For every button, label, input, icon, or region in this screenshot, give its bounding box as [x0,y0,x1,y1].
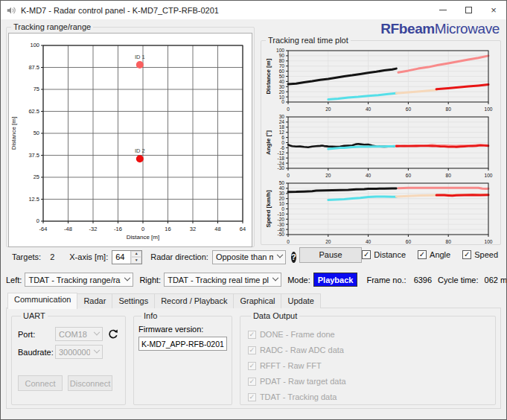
distance-plot: 0102030405060708090100020406080100Distan… [264,47,497,112]
svg-text:60: 60 [279,69,285,74]
left-plot-select[interactable]: TDAT - Tracking range/range [25,273,133,287]
app-window: K-MD7 - Radar control panel - K-MD7_CTP-… [0,0,507,420]
svg-text:40: 40 [279,185,285,191]
svg-text:64: 64 [240,226,246,232]
targets-label: Targets: [12,252,41,261]
chevron-down-icon [272,274,278,280]
firmware-version-field[interactable]: K-MD7_APP-RFB-0201 [138,337,227,351]
distance-checkbox[interactable] [362,250,371,259]
port-value: COM18 [59,330,90,339]
tdat-checkbox[interactable] [248,393,256,401]
rfft-checkbox[interactable] [248,362,256,370]
info-group-title: Info [141,311,159,320]
tab-record-playback[interactable]: Record / Playback [154,293,234,308]
right-plot-select[interactable]: TDAT - Tracking real time plot [164,273,281,287]
svg-text:16: 16 [165,226,170,232]
svg-text:80: 80 [446,106,452,112]
right-plot-select-value: TDAT - Tracking real time plot [168,276,269,284]
xaxis-stepper: ▲ ▼ [112,250,142,264]
cycle-time-label: Cycle time: [438,276,478,284]
mode-value-field[interactable]: Playback [313,273,358,287]
svg-text:40: 40 [366,239,372,244]
port-select[interactable]: COM18 [55,327,103,341]
mode-label: Mode: [287,276,310,284]
svg-text:18: 18 [279,124,285,130]
baudrate-label: Baudrate: [18,348,55,357]
targets-value: 2 [50,252,54,261]
spin-down-icon[interactable]: ▼ [131,257,141,264]
svg-text:20: 20 [325,239,331,244]
uart-buttons: Connect Disconnect [18,375,119,391]
tdat-checkbox-label: TDAT - Tracking data [260,392,337,401]
window-title: K-MD7 - Radar control panel - K-MD7_CTP-… [21,6,430,15]
svg-text:-30: -30 [277,165,284,171]
maximize-button[interactable] [456,1,481,19]
tab-update[interactable]: Update [281,293,320,308]
tab-communication[interactable]: Communication [7,293,77,309]
disconnect-button[interactable]: Disconnect [68,375,112,391]
svg-text:Distance [m]: Distance [m] [127,234,159,241]
pdat-checkbox-item: PDAT - Raw target data [248,377,488,386]
done-checkbox-item: DONE - Frame done [248,330,488,339]
close-button[interactable]: × [481,1,506,19]
radc-checkbox[interactable] [248,346,256,354]
chevron-down-icon [94,346,100,352]
spin-up-icon[interactable]: ▲ [131,251,141,258]
svg-text:40: 40 [366,106,372,112]
svg-text:48: 48 [214,226,220,232]
svg-text:0: 0 [281,99,284,104]
svg-text:70: 70 [279,63,285,69]
pause-button[interactable]: Pause [299,247,362,263]
minimize-button[interactable] [430,1,456,19]
window-content: Tracking range/range 012.52537.55062.575… [1,19,506,409]
speed-checkbox[interactable] [462,250,471,259]
speed-plot: -50-40-30-20-1001020304050020406080100Sp… [264,179,497,244]
tab-settings[interactable]: Settings [112,293,155,308]
svg-text:12: 12 [279,130,285,135]
communication-tab-panel: UART Port: COM18 Baudrate: 3000000 [6,308,501,409]
svg-text:100: 100 [484,106,492,112]
svg-text:20: 20 [279,89,285,95]
refresh-ports-icon[interactable] [107,328,119,340]
pdat-checkbox[interactable] [248,378,256,386]
svg-text:50: 50 [279,180,285,185]
tab-radar[interactable]: Radar [77,293,112,308]
right-controls-row: Pause Distance Angle Speed [261,245,501,264]
svg-text:32: 32 [190,226,196,232]
svg-text:-30: -30 [277,222,284,227]
svg-text:-50: -50 [277,232,284,237]
connect-button[interactable]: Connect [18,375,63,391]
radc-checkbox-label: RADC - Raw ADC data [260,346,344,354]
angle-checkbox[interactable] [418,250,427,259]
svg-text:50: 50 [279,74,285,79]
cycle-time-value: 062 ms [485,276,507,284]
svg-text:60: 60 [406,106,412,112]
svg-text:20: 20 [279,196,285,201]
uart-group: UART Port: COM18 Baudrate: 3000000 [11,311,126,405]
tab-graphical[interactable]: Graphical [233,293,281,308]
svg-text:40: 40 [366,173,372,178]
svg-text:0: 0 [287,173,290,178]
realtime-plot-group: Tracking real time plot 0102030405060708… [261,36,501,245]
tracking-range-group: Tracking range/range 012.52537.55062.575… [6,22,255,247]
svg-text:0: 0 [281,140,284,145]
baudrate-select[interactable]: 3000000 [55,345,103,359]
title-bar: K-MD7 - Radar control panel - K-MD7_CTP-… [1,1,506,19]
info-group: Info Firmware version: K-MD7_APP-RFB-020… [133,311,232,405]
logo-light-text: Microwave [435,21,500,36]
angle-plot: -30-24-18-12-60612182430020406080100Angl… [264,113,497,178]
svg-text:-32: -32 [89,226,98,232]
svg-text:10: 10 [279,201,285,206]
left-column: Tracking range/range 012.52537.55062.575… [6,22,255,267]
done-checkbox[interactable] [248,331,256,339]
svg-text:-24: -24 [277,161,284,166]
speed-checkbox-item: Speed [462,250,498,259]
distance-checkbox-label: Distance [374,250,406,259]
angle-checkbox-label: Angle [430,250,450,259]
svg-text:0: 0 [36,217,39,224]
xaxis-input[interactable] [112,251,130,264]
svg-text:6: 6 [281,135,284,140]
data-output-group: Data Output DONE - Frame done RADC - Raw… [240,311,496,405]
svg-text:ID 1: ID 1 [135,54,145,60]
done-checkbox-label: DONE - Frame done [260,330,335,339]
